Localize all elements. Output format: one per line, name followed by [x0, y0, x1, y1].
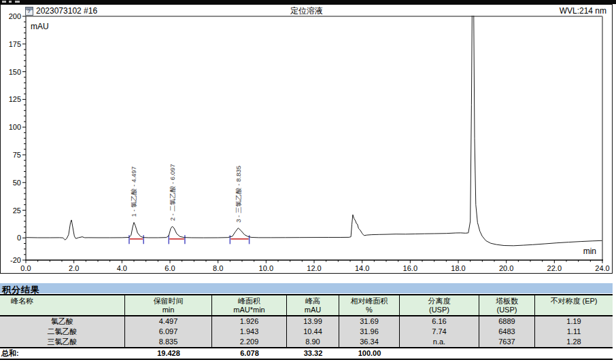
height-cell: 10.44: [287, 327, 339, 337]
chromatogram-title: 定位溶液: [205, 5, 409, 16]
peak-labels: 1 - 氯乙酸 - 4.4972 - 二氯乙酸 - 6.0973 - 三氯乙酸 …: [130, 164, 241, 222]
total-empty: [479, 348, 535, 359]
col-header-rel-area: 相对峰面积%: [339, 295, 400, 315]
plates-cell: 6889: [479, 316, 535, 327]
svg-text:10.0: 10.0: [259, 264, 273, 272]
results-section-bar: 积分结果: [0, 283, 613, 293]
svg-text:22.0: 22.0: [547, 264, 562, 272]
asymmetry-cell: 1.28: [535, 337, 613, 347]
rel-area-cell: 31.69: [339, 316, 400, 327]
total-rel-area: 100.00: [339, 348, 400, 359]
total-height: 33.32: [287, 348, 339, 359]
total-area: 6.078: [212, 348, 287, 359]
height-cell: 8.90: [287, 337, 339, 347]
chromatogram-plot[interactable]: 0.02.04.06.08.010.012.014.016.018.020.02…: [1, 5, 612, 272]
svg-text:18.0: 18.0: [451, 264, 465, 272]
x-unit-label: min: [583, 247, 596, 256]
results-section-title: 积分结果: [0, 285, 40, 295]
integration-results-table: 峰名称 保留时间min 峰面积mAU*min 峰高mAU 相对峰面积% 分离度(…: [0, 294, 613, 360]
table-row: 三氯乙酸 8.835 2.209 8.90 36.34 n.a. 7637 1.…: [0, 337, 613, 347]
svg-text:100: 100: [9, 123, 21, 131]
rel-area-cell: 31.96: [339, 327, 400, 337]
injection-report-icon: [25, 7, 33, 16]
col-header-height: 峰高mAU: [287, 295, 339, 315]
svg-text:75: 75: [13, 151, 21, 159]
col-header-plates: 塔板数(USP): [479, 295, 535, 315]
y-unit-label: mAU: [31, 22, 49, 31]
resolution-cell: 6.16: [400, 316, 479, 327]
svg-text:24.0: 24.0: [595, 264, 609, 272]
table-total-row: 总和: 19.428 6.078 33.32 100.00: [0, 348, 613, 359]
table-header-row: 峰名称 保留时间min 峰面积mAU*min 峰高mAU 相对峰面积% 分离度(…: [0, 295, 613, 316]
y-axis-ticks: 2001751501251007550250-20: [9, 12, 26, 264]
plot-frame: [26, 16, 604, 260]
total-empty: [535, 348, 613, 359]
retention-cell: 6.097: [125, 327, 212, 337]
svg-text:25: 25: [13, 206, 21, 215]
col-header-asymmetry: 不对称度 (EP): [535, 295, 613, 315]
svg-text:4.0: 4.0: [117, 264, 127, 272]
svg-text:0.0: 0.0: [20, 264, 31, 272]
asymmetry-cell: 1.19: [535, 316, 613, 327]
svg-text:2.0: 2.0: [69, 264, 79, 272]
table-row: 氯乙酸 4.497 1.926 13.99 31.69 6.16 6889 1.…: [0, 316, 613, 327]
peak-name-cell: 二氯乙酸: [0, 327, 125, 337]
svg-text:12.0: 12.0: [307, 264, 321, 272]
svg-text:125: 125: [9, 95, 21, 103]
x-axis-ticks: 0.02.04.06.08.010.012.014.016.018.020.02…: [20, 260, 609, 272]
table-row: 二氯乙酸 6.097 1.943 10.44 31.96 7.74 6483 1…: [0, 327, 613, 337]
svg-text:0: 0: [17, 234, 21, 242]
retention-cell: 8.835: [125, 337, 212, 347]
svg-text:175: 175: [9, 40, 21, 48]
svg-text:3 - 三氯乙酸 - 8.835: 3 - 三氯乙酸 - 8.835: [235, 166, 242, 223]
resolution-cell: 7.74: [400, 327, 479, 337]
resolution-cell: n.a.: [400, 337, 479, 347]
area-cell: 2.209: [212, 337, 287, 347]
asymmetry-cell: 1.11: [535, 327, 613, 337]
table-body: 氯乙酸 4.497 1.926 13.99 31.69 6.16 6889 1.…: [0, 316, 613, 348]
svg-text:8.0: 8.0: [213, 264, 223, 272]
sample-id: 2023073102 #16: [36, 5, 97, 16]
col-header-resolution: 分离度(USP): [400, 295, 479, 315]
col-header-peak-name: 峰名称: [0, 295, 125, 315]
chromatogram-panel: 0.02.04.06.08.010.012.014.016.018.020.02…: [0, 4, 613, 274]
plates-cell: 7637: [479, 337, 535, 347]
svg-text:50: 50: [13, 179, 21, 187]
peak-name-cell: 三氯乙酸: [0, 337, 125, 347]
total-retention: 19.428: [125, 348, 212, 359]
height-cell: 13.99: [287, 316, 339, 327]
svg-text:16.0: 16.0: [403, 264, 417, 272]
svg-text:14.0: 14.0: [355, 264, 369, 272]
svg-text:1 - 氯乙酸 - 4.497: 1 - 氯乙酸 - 4.497: [130, 166, 137, 217]
svg-text:200: 200: [9, 12, 21, 20]
chromatogram-trace: [26, 5, 602, 246]
area-cell: 1.926: [212, 316, 287, 327]
retention-cell: 4.497: [125, 316, 212, 327]
col-header-retention: 保留时间min: [125, 295, 212, 315]
peak-name-cell: 氯乙酸: [0, 316, 125, 327]
svg-text:150: 150: [9, 68, 21, 76]
total-empty: [400, 348, 479, 359]
wavelength-label: WVL:214 nm: [560, 5, 606, 16]
col-header-area: 峰面积mAU*min: [212, 295, 287, 315]
svg-text:20.0: 20.0: [499, 264, 513, 272]
total-label: 总和:: [0, 348, 125, 359]
svg-text:2 - 二氯乙酸 - 6.097: 2 - 二氯乙酸 - 6.097: [169, 164, 176, 221]
rel-area-cell: 36.34: [339, 337, 400, 347]
plates-cell: 6483: [479, 327, 535, 337]
svg-text:-20: -20: [10, 256, 21, 264]
svg-text:6.0: 6.0: [165, 264, 175, 272]
area-cell: 1.943: [212, 327, 287, 337]
